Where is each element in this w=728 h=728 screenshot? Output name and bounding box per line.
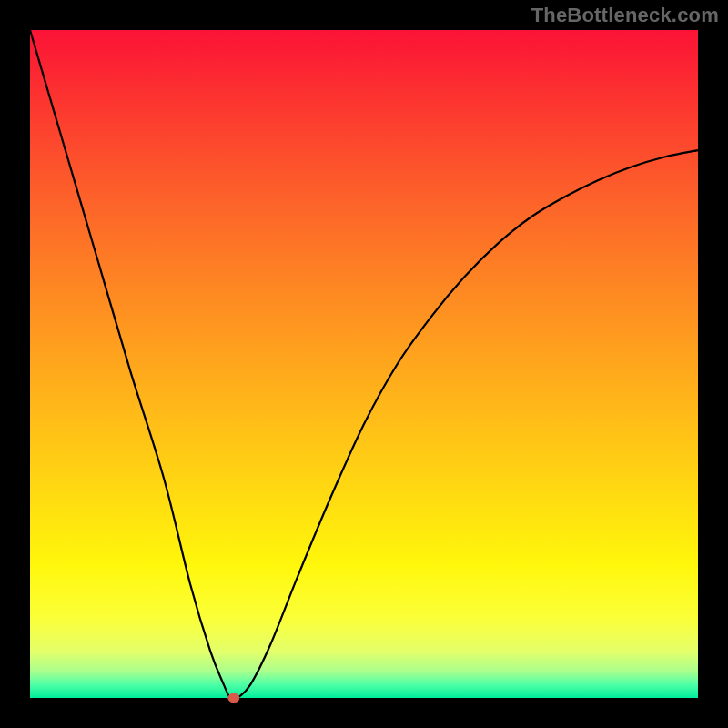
chart-svg [30, 30, 698, 698]
bottleneck-curve [30, 30, 698, 700]
chart-frame: TheBottleneck.com [0, 0, 728, 728]
optimal-marker [228, 693, 239, 703]
plot-area [30, 30, 698, 698]
watermark-text: TheBottleneck.com [531, 4, 719, 27]
